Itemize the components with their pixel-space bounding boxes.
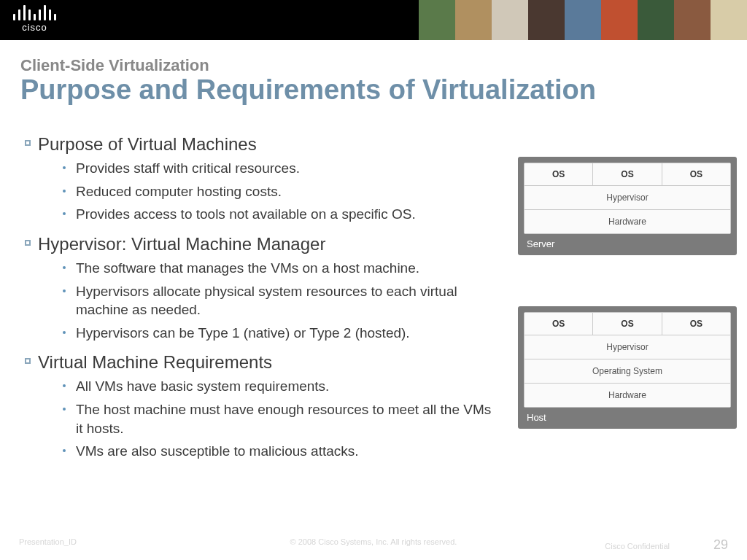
section-heading: Purpose of Virtual Machines xyxy=(25,134,492,155)
section-heading: Virtual Machine Requirements xyxy=(25,352,492,373)
bullet-text: Hypervisors can be Type 1 (native) or Ty… xyxy=(76,324,410,343)
dot-bullet-icon xyxy=(63,449,66,452)
bullet-text: Reduced computer hosting costs. xyxy=(76,182,282,201)
bullet-text: All VMs have basic system requirements. xyxy=(76,377,329,396)
cisco-bridge-icon xyxy=(13,3,56,20)
dot-bullet-icon xyxy=(63,166,66,169)
bullet-text: Hypervisors allocate physical system res… xyxy=(76,282,492,319)
diagram-cell-os: OS xyxy=(525,163,593,186)
page-number: 29 xyxy=(713,537,728,553)
diagram-cell-os: OS xyxy=(662,313,730,335)
footer: Presentation_ID © 2008 Cisco Systems, In… xyxy=(0,537,747,553)
bullet-text: The host machine must have enough resour… xyxy=(76,400,492,438)
diagram-row: Hypervisor xyxy=(525,186,730,210)
slide-title: Purpose and Requirements of Virtualizati… xyxy=(0,75,747,106)
square-bullet-icon xyxy=(25,240,31,246)
footer-right: Cisco Confidential xyxy=(605,542,670,551)
content-area: Purpose of Virtual Machines Provides sta… xyxy=(25,124,492,465)
dot-bullet-icon xyxy=(63,266,66,269)
diagram-cell-os: OS xyxy=(525,313,593,335)
footer-left: Presentation_ID xyxy=(19,537,77,553)
diagram-row: Hypervisor xyxy=(525,335,730,359)
footer-center: © 2008 Cisco Systems, Inc. All rights re… xyxy=(290,537,457,546)
diagram-cell-os: OS xyxy=(662,163,730,186)
dot-bullet-icon xyxy=(63,331,66,334)
bullet-text: VMs are also susceptible to malicious at… xyxy=(76,442,359,461)
diagram-label: Server xyxy=(524,234,731,249)
square-bullet-icon xyxy=(25,140,31,146)
dot-bullet-icon xyxy=(63,190,66,192)
square-bullet-icon xyxy=(25,358,31,364)
slide-subtitle: Client-Side Virtualization xyxy=(0,40,747,75)
top-bar: cisco xyxy=(0,0,747,40)
diagram-label: Host xyxy=(524,408,731,423)
section-title: Hypervisor: Virtual Machine Manager xyxy=(38,234,325,254)
diagram-cell-os: OS xyxy=(593,163,662,186)
diagram-host: OS OS OS Hypervisor Operating System Har… xyxy=(518,306,737,429)
diagram-cell-os: OS xyxy=(593,313,662,335)
section-title: Purpose of Virtual Machines xyxy=(38,134,257,155)
diagram-server: OS OS OS Hypervisor Hardware Server xyxy=(518,157,737,255)
dot-bullet-icon xyxy=(63,289,66,292)
photo-strip xyxy=(419,0,747,40)
diagram-row: Operating System xyxy=(525,359,730,384)
diagram-row: Hardware xyxy=(525,384,730,407)
dot-bullet-icon xyxy=(63,408,66,411)
section-heading: Hypervisor: Virtual Machine Manager xyxy=(25,234,492,254)
diagram-row: Hardware xyxy=(525,210,730,233)
logo-text: cisco xyxy=(22,22,47,33)
bullet-text: Provides staff with critical resources. xyxy=(76,159,300,178)
bullet-text: The software that manages the VMs on a h… xyxy=(76,259,419,278)
bullet-text: Provides access to tools not available o… xyxy=(76,205,416,224)
dot-bullet-icon xyxy=(63,212,66,215)
section-title: Virtual Machine Requirements xyxy=(38,352,272,373)
cisco-logo: cisco xyxy=(0,0,56,33)
dot-bullet-icon xyxy=(63,384,66,387)
